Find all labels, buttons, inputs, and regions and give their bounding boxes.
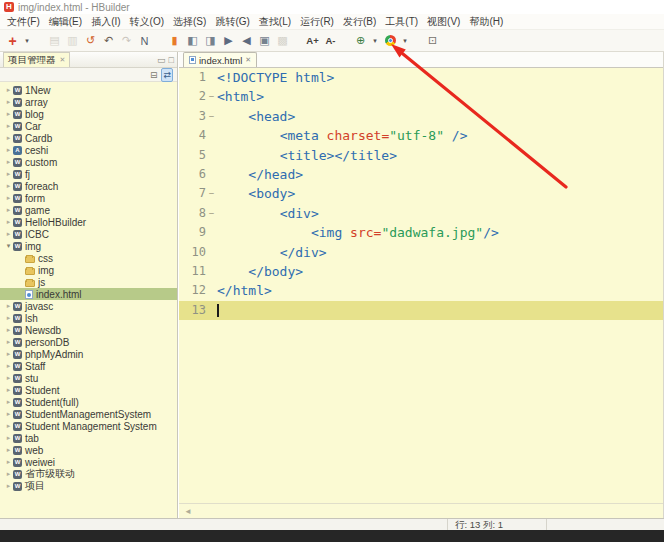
tree-item-persondb[interactable]: ▸WpersonDB: [0, 336, 177, 348]
chevron-right-icon[interactable]: ▸: [4, 110, 13, 118]
chevron-right-icon[interactable]: ▸: [4, 86, 13, 94]
jump-forward-icon[interactable]: ▶: [221, 33, 236, 49]
chevron-down-icon[interactable]: ▾: [4, 242, 13, 250]
font-increase-icon[interactable]: A+: [305, 33, 320, 49]
chevron-right-icon[interactable]: ▸: [4, 206, 13, 214]
tree-item-car[interactable]: ▸WCar: [0, 120, 177, 132]
tree-item-项目[interactable]: ▸W项目: [0, 480, 177, 492]
font-decrease-icon[interactable]: A-: [323, 33, 338, 49]
chevron-right-icon[interactable]: ▸: [4, 194, 13, 202]
tab-close-icon[interactable]: ✕: [245, 56, 251, 64]
chevron-right-icon[interactable]: ▸: [4, 170, 13, 178]
tree-item-student-full-[interactable]: ▸WStudent(full): [0, 396, 177, 408]
tree-item-css[interactable]: css: [0, 252, 177, 264]
chevron-right-icon[interactable]: ▸: [4, 146, 13, 154]
tree-item-staff[interactable]: ▸WStaff: [0, 360, 177, 372]
panel-maximize-icon[interactable]: □: [169, 55, 174, 65]
run-chrome-dropdown-icon[interactable]: ▾: [401, 33, 409, 49]
code-line-9[interactable]: 9 <img src="dadwafa.jpg"/>: [179, 223, 663, 242]
chevron-right-icon[interactable]: ▸: [4, 422, 13, 430]
chevron-right-icon[interactable]: ▸: [4, 398, 13, 406]
run-browser-icon[interactable]: ⊕: [353, 33, 368, 49]
new-file-icon[interactable]: +: [5, 33, 20, 49]
tree-item-stu[interactable]: ▸Wstu: [0, 372, 177, 384]
chevron-right-icon[interactable]: ▸: [4, 230, 13, 238]
tree-item-img[interactable]: ▾Wimg: [0, 240, 177, 252]
chevron-right-icon[interactable]: ▸: [4, 158, 13, 166]
menu-item-11[interactable]: 帮助(H): [465, 15, 507, 29]
chevron-right-icon[interactable]: ▸: [4, 134, 13, 142]
menu-item-9[interactable]: 工具(T): [381, 15, 422, 29]
undo-icon[interactable]: ↶: [101, 33, 116, 49]
code-line-4[interactable]: 4 <meta charset="utf-8" />: [179, 126, 663, 145]
line-wrap-icon[interactable]: N: [137, 33, 152, 49]
tree-item-hellohbuilder[interactable]: ▸WHelloHBuilder: [0, 216, 177, 228]
new-file-dropdown-icon[interactable]: ▾: [23, 33, 31, 49]
validate-icon[interactable]: ⊡: [425, 33, 440, 49]
menu-item-0[interactable]: 文件(F): [3, 15, 44, 29]
tree-item-tab[interactable]: ▸Wtab: [0, 432, 177, 444]
code-line-8[interactable]: 8− <div>: [179, 204, 663, 223]
tree-item-js[interactable]: js: [0, 276, 177, 288]
chevron-right-icon[interactable]: ▸: [4, 434, 13, 442]
chevron-right-icon[interactable]: ▸: [4, 458, 13, 466]
chevron-right-icon[interactable]: ▸: [4, 326, 13, 334]
code-line-10[interactable]: 10 </div>: [179, 243, 663, 262]
fold-marker-icon[interactable]: −: [206, 87, 217, 106]
tree-item-game[interactable]: ▸Wgame: [0, 204, 177, 216]
chevron-right-icon[interactable]: ▸: [4, 218, 13, 226]
code-line-1[interactable]: 1<!DOCTYPE html>: [179, 68, 663, 87]
jump-back-icon[interactable]: ◀: [239, 33, 254, 49]
code-editor[interactable]: 1<!DOCTYPE html>2−<html>3− <head>4 <meta…: [179, 68, 663, 503]
tree-item-web[interactable]: ▸Wweb: [0, 444, 177, 456]
fold-marker-icon[interactable]: −: [206, 204, 217, 223]
menu-item-2[interactable]: 插入(I): [87, 15, 124, 29]
tab-project-manager[interactable]: 项目管理器 ✕: [3, 52, 70, 67]
tree-item-javasc[interactable]: ▸Wjavasc: [0, 300, 177, 312]
code-line-7[interactable]: 7− <body>: [179, 184, 663, 203]
revert-icon[interactable]: ↺: [83, 33, 98, 49]
indent-right-icon[interactable]: ◨: [203, 33, 218, 49]
tree-item-icbc[interactable]: ▸WICBC: [0, 228, 177, 240]
fold-marker-icon[interactable]: −: [206, 107, 217, 126]
code-line-3[interactable]: 3− <head>: [179, 107, 663, 126]
tree-item-fj[interactable]: ▸Wfj: [0, 168, 177, 180]
bookmark-icon[interactable]: ▮: [167, 33, 182, 49]
tree-item-lsh[interactable]: ▸Wlsh: [0, 312, 177, 324]
chevron-right-icon[interactable]: ▸: [4, 302, 13, 310]
code-line-6[interactable]: 6 </head>: [179, 165, 663, 184]
menu-item-8[interactable]: 发行(B): [339, 15, 380, 29]
indent-left-icon[interactable]: ◧: [185, 33, 200, 49]
tab-index-html[interactable]: index.html ✕: [183, 52, 257, 67]
chevron-right-icon[interactable]: ▸: [4, 482, 13, 490]
tree-item-newsdb[interactable]: ▸WNewsdb: [0, 324, 177, 336]
tree-item-foreach[interactable]: ▸Wforeach: [0, 180, 177, 192]
tree-item-index-html[interactable]: index.html: [0, 288, 177, 300]
tree-item-phpmyadmin[interactable]: ▸WphpMyAdmin: [0, 348, 177, 360]
chevron-right-icon[interactable]: ▸: [4, 410, 13, 418]
collapse-all-icon[interactable]: ⊟: [150, 69, 158, 81]
link-with-editor-icon[interactable]: ⇄: [161, 68, 173, 82]
tree-item-custom[interactable]: ▸Wcustom: [0, 156, 177, 168]
code-line-2[interactable]: 2−<html>: [179, 87, 663, 106]
code-line-12[interactable]: 12</html>: [179, 281, 663, 300]
chevron-right-icon[interactable]: ▸: [4, 350, 13, 358]
chevron-right-icon[interactable]: ▸: [4, 386, 13, 394]
run-browser-dropdown-icon[interactable]: ▾: [371, 33, 379, 49]
chevron-right-icon[interactable]: ▸: [4, 446, 13, 454]
run-chrome-icon[interactable]: [383, 33, 398, 49]
menu-item-10[interactable]: 视图(V): [423, 15, 464, 29]
menu-item-1[interactable]: 编辑(E): [45, 15, 86, 29]
chevron-right-icon[interactable]: ▸: [4, 182, 13, 190]
tree-item-array[interactable]: ▸Warray: [0, 96, 177, 108]
editor-horizontal-scrollbar[interactable]: ◄: [179, 503, 663, 518]
chevron-right-icon[interactable]: ▸: [4, 470, 13, 478]
panel-minimize-icon[interactable]: ▭: [157, 55, 166, 65]
chevron-right-icon[interactable]: ▸: [4, 374, 13, 382]
tree-item-ceshi[interactable]: ▸Aceshi: [0, 144, 177, 156]
chevron-right-icon[interactable]: ▸: [4, 338, 13, 346]
scroll-left-icon[interactable]: ◄: [184, 507, 192, 516]
tree-item-form[interactable]: ▸Wform: [0, 192, 177, 204]
code-line-11[interactable]: 11 </body>: [179, 262, 663, 281]
preview-icon[interactable]: ▣: [257, 33, 272, 49]
